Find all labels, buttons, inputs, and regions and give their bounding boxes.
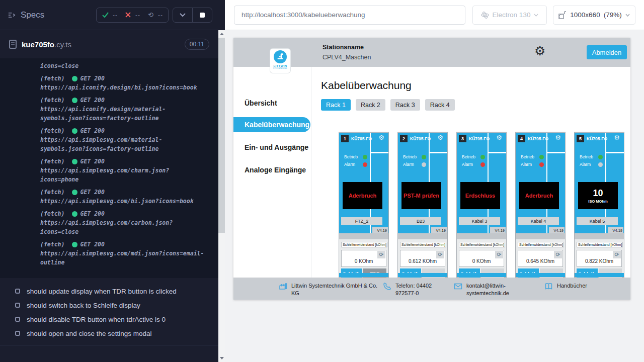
app-preview-area: LITTWIN SYSTEMTECHNIK Stationsname CPLV4… (225, 30, 644, 362)
log-entry[interactable]: (fetch) GET 200 https://api.simplesvg.co… (40, 188, 205, 206)
page-title: Kabelüberwachung (321, 79, 630, 92)
sidebar-item[interactable]: Analoge Eingänge (233, 166, 306, 174)
betrieb-label: Betrieb (580, 154, 594, 159)
status-display: Aderbruch (519, 182, 559, 209)
scroll-up-icon[interactable] (220, 33, 224, 35)
test-item[interactable]: should switch back to Schleife display (0, 298, 218, 312)
log-entry[interactable]: (fetch) GET 200 https://api.iconify.desi… (40, 96, 205, 123)
rack-tab[interactable]: Rack 4 (425, 99, 455, 111)
alarm-led-row: Alarm (580, 162, 603, 167)
fetch-prefix: (fetch) (40, 188, 64, 197)
alarm-led-row: Alarm (344, 162, 367, 167)
refresh-icon[interactable]: ⟳ (436, 251, 444, 258)
fetch-prefix: (fetch) (40, 240, 64, 249)
rack-tab[interactable]: Rack 2 (356, 99, 385, 111)
device-model: KÜ705-FO (469, 136, 490, 141)
footer-item[interactable]: Handbücher (544, 282, 587, 291)
refresh-icon[interactable]: ⟳ (495, 251, 503, 258)
rack-tab[interactable]: Rack 3 (390, 99, 420, 111)
alarm-text: Aderbruch (525, 193, 553, 199)
url-input[interactable] (234, 6, 465, 25)
card-settings-gear-icon[interactable]: ⚙ (378, 134, 384, 141)
sidebar-item[interactable]: Übersicht (233, 99, 277, 107)
stop-icon (200, 13, 205, 18)
scroll-down-icon[interactable] (220, 357, 224, 359)
log-entry[interactable]: (fetch) GET 200 https://api.iconify.desi… (40, 74, 205, 92)
cable-name: B23 (400, 217, 441, 225)
betrieb-label: Betrieb (403, 154, 417, 159)
browser-bar: Electron 130 1000x660 (79%) (225, 0, 644, 30)
logout-button[interactable]: Abmelden (587, 45, 627, 59)
phone-icon (383, 282, 391, 291)
app-header: LITTWIN SYSTEMTECHNIK Stationsname CPLV4… (233, 38, 630, 67)
fetch-method: GET 200 (80, 209, 104, 218)
card-settings-gear-icon[interactable]: ⚙ (614, 134, 620, 141)
browser-selector[interactable]: Electron 130 (472, 6, 547, 25)
alarm-label: Alarm (403, 162, 417, 167)
settings-gear-icon[interactable]: ⚙ (534, 45, 545, 57)
device-model: KÜ705-FO (351, 136, 372, 141)
fetch-url: https://api.simplesvg.com/charm.json?​ic… (40, 166, 205, 184)
divider (547, 152, 565, 153)
fetch-prefix: (fetch) (40, 74, 64, 83)
littwin-logo: LITTWIN SYSTEMTECHNIK (270, 49, 290, 73)
resistance-label: Schleifenwiderstand [kOhm] (341, 242, 387, 247)
log-entry[interactable]: (fetch) GET 200 https://api.simplesvg.co… (40, 240, 205, 267)
log-entry[interactable]: (fetch) GET 200 https://api.simplesvg.co… (40, 126, 205, 153)
log-entry[interactable]: (fetch) GET 200 https://api.simplesvg.co… (40, 209, 205, 236)
fetch-line: (fetch) GET 200 (40, 188, 205, 197)
alarm-label: Alarm (462, 162, 476, 167)
card-settings-gear-icon[interactable]: ⚙ (496, 134, 502, 141)
footer-item[interactable]: Littwin Systemtechnik GmbH & Co. KG (279, 282, 383, 297)
sidebar-item[interactable]: Kabelüberwachung (233, 117, 310, 132)
station-info: Stationsname CPLV4_Maschen (323, 44, 371, 61)
failed-count: -- (135, 12, 140, 19)
stop-button[interactable] (193, 8, 212, 22)
refresh-icon[interactable]: ⟳ (554, 251, 562, 258)
footer-item[interactable]: Telefon: 04402 972577-0 (383, 282, 452, 297)
alarm-led-row: Alarm (521, 162, 544, 167)
resistance-label: Schleifenwiderstand [kOhm] (459, 242, 505, 247)
scrollbar[interactable] (218, 30, 225, 362)
refresh-icon[interactable]: ⟳ (377, 251, 385, 258)
viewport-zoom: (79%) (604, 11, 622, 19)
sidebar-item[interactable]: Ein- und Ausgänge (233, 143, 308, 151)
alarm-label: Alarm (344, 162, 358, 167)
app-main: Kabelüberwachung Rack 1 Rack 2 Rack 3 Ra… (311, 67, 630, 278)
log-entry[interactable]: icons=close (40, 61, 205, 70)
spec-row[interactable]: kue705fo.cy.ts 00:11 (0, 30, 218, 58)
resistance-label: Schleifenwiderstand [kOhm] (518, 242, 564, 247)
test-item[interactable]: should update display when TDR button is… (0, 284, 218, 298)
fetch-method: GET 200 (80, 188, 104, 197)
betrieb-led-row: Betrieb (462, 154, 485, 159)
resistance-readout: ⟳ 0 KOhm (459, 250, 504, 267)
ruler-icon (558, 11, 567, 19)
card-number-badge: 3 (459, 135, 466, 142)
resistance-value: 0.612 KOhm (400, 258, 445, 264)
betrieb-label: Betrieb (344, 154, 358, 159)
resistance-readout: ⟳ 0.645 KOhm (518, 250, 563, 267)
cypress-panel: Specs -- -- ⟲ -- kue705fo.cy.ts (0, 0, 225, 362)
resistance-value: 0.822 KOhm (577, 258, 621, 264)
footer-text: Littwin Systemtechnik GmbH & Co. KG (291, 282, 383, 297)
test-item[interactable]: should disable TDR button when tdrActive… (0, 312, 218, 326)
card-number-badge: 4 (518, 135, 525, 142)
card-settings-gear-icon[interactable]: ⚙ (555, 134, 561, 141)
alarm-led (363, 162, 367, 167)
log-entry[interactable]: (fetch) GET 200 https://api.simplesvg.co… (40, 157, 205, 184)
cable-name: Kabel 4 (518, 217, 559, 225)
collapse-button[interactable] (173, 8, 192, 22)
card-settings-gear-icon[interactable]: ⚙ (437, 134, 443, 141)
fetch-line: (fetch) GET 200 (40, 209, 205, 218)
specs-menu-icon[interactable] (8, 11, 16, 19)
viewport-selector[interactable]: 1000x660 (79%) (553, 6, 635, 25)
test-item[interactable]: should open and close the settings modal (0, 326, 218, 340)
footer-item[interactable]: kontakt@littwin-systemtechnik.de (454, 282, 517, 297)
betrieb-label: Betrieb (462, 154, 476, 159)
divider (398, 233, 447, 239)
refresh-icon[interactable]: ⟳ (613, 251, 621, 258)
betrieb-led (422, 155, 426, 159)
rack-tab[interactable]: Rack 1 (321, 99, 351, 111)
scrollbar-thumb[interactable] (218, 38, 225, 233)
betrieb-led (598, 155, 603, 159)
